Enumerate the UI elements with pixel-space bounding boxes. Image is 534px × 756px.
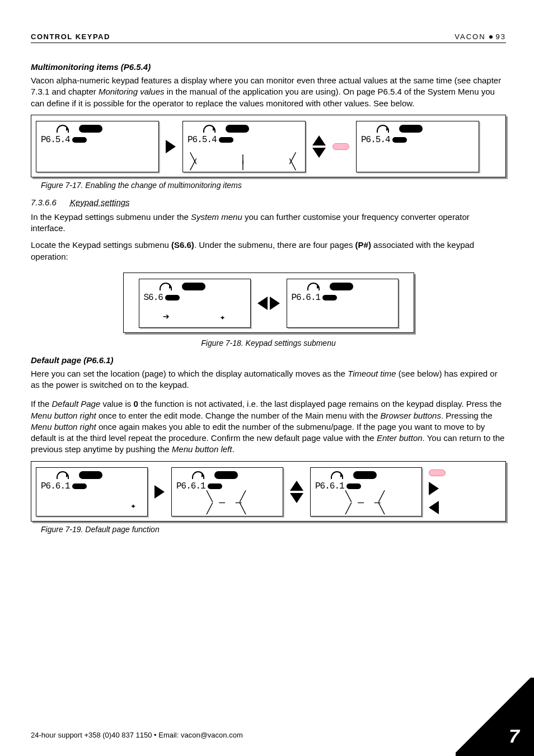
text-italic: Timeout time bbox=[348, 369, 396, 378]
text-bold: (P#) bbox=[355, 240, 371, 250]
arrow-left-right bbox=[257, 297, 280, 310]
text-italic: System menu bbox=[191, 212, 242, 222]
para-multimonitoring: Vacon alpha-numeric keypad features a di… bbox=[31, 75, 506, 109]
pill-icon bbox=[72, 137, 87, 143]
lcd-code: P6.5.4 bbox=[188, 135, 233, 145]
pill-red-icon bbox=[429, 469, 446, 476]
section-title-multimonitoring: Multimonitoring items (P6.5.4) bbox=[31, 62, 506, 72]
cycle-icon bbox=[57, 125, 69, 133]
para-keypad-settings-2: Locate the Keypad settings submenu (S6.6… bbox=[31, 240, 506, 262]
pill-icon bbox=[226, 125, 249, 133]
arrow-up-down bbox=[290, 481, 303, 503]
section-title-default-page: Default page (P6.6.1) bbox=[31, 355, 506, 365]
pill-icon bbox=[165, 295, 180, 300]
pill-icon bbox=[353, 471, 377, 479]
arrow-up-icon bbox=[290, 481, 303, 491]
cycle-icon bbox=[331, 471, 343, 479]
lcd-panel: P6.5.4 ╲ | ╱ ╱ | ╲ bbox=[182, 121, 306, 172]
pill-icon bbox=[330, 283, 353, 290]
arrow-enter-small-icon: ✦ bbox=[130, 500, 137, 511]
arrow-right-icon bbox=[166, 140, 176, 153]
figure-7-17: P6.5.4 P6.5.4 ╲ | ╱ ╱ | ╲ P6.5.4 bbox=[31, 115, 506, 177]
arrow-right-icon bbox=[429, 482, 439, 495]
lcd-code: P6.6.1 bbox=[176, 481, 222, 491]
cycle-icon bbox=[377, 125, 389, 133]
text: P6.5.4 bbox=[41, 135, 70, 145]
lcd-code: P6.6.1 bbox=[315, 481, 361, 491]
cycle-icon bbox=[160, 283, 172, 290]
page-header: CONTROL KEYPAD VACON 93 bbox=[31, 32, 506, 41]
figure-7-19: P6.6.1 ✦ P6.6.1 ╲ ╱ ─ ─ ╱ ╲ P6.6.1 ╲ ╱ ─… bbox=[31, 461, 506, 522]
lcd-panel: P6.6.1 bbox=[287, 279, 399, 328]
arrow-right-icon bbox=[154, 485, 165, 499]
lcd-panel: P6.6.1 ╲ ╱ ─ ─ ╱ ╲ bbox=[310, 467, 422, 516]
lcd-code: P6.6.1 bbox=[292, 293, 338, 303]
lcd-value: ╲ ╱ ─ ─ ╱ ╲ bbox=[311, 494, 421, 512]
arrow-down-icon bbox=[312, 148, 326, 158]
lcd-value: ➔ ✦ bbox=[139, 309, 250, 324]
arrow-left-icon bbox=[257, 297, 268, 310]
lcd-code: P6.5.4 bbox=[41, 135, 87, 145]
brand: VACON bbox=[455, 32, 485, 41]
lcd-value: ✦ bbox=[36, 499, 147, 513]
text: P6.6.1 bbox=[41, 481, 70, 491]
text: . bbox=[232, 444, 234, 454]
header-brand-page: VACON 93 bbox=[455, 32, 506, 41]
pill-icon bbox=[208, 483, 222, 489]
text: S6.6 bbox=[144, 293, 163, 303]
pill-icon bbox=[79, 471, 102, 479]
pill-icon bbox=[392, 137, 407, 143]
text-bold: 0 bbox=[133, 399, 138, 408]
arrow-up-down bbox=[312, 135, 326, 158]
lcd-panel: P6.5.4 bbox=[356, 121, 479, 172]
text: once to enter the edit mode. Change the … bbox=[96, 411, 381, 420]
text: P6.6.1 bbox=[292, 293, 321, 303]
arrow-enter-small-icon: ✦ bbox=[220, 312, 227, 323]
text-bold: (S6.6) bbox=[171, 240, 194, 250]
pill-icon bbox=[322, 295, 337, 300]
arrow-enter-icon: ➔ bbox=[163, 309, 171, 323]
lcd-panel: P6.6.1 ╲ ╱ ─ ─ ╱ ╲ bbox=[171, 467, 283, 516]
corner-graphic: 7 bbox=[456, 678, 534, 756]
text: P6.6.1 bbox=[176, 481, 205, 491]
arrow-right-icon bbox=[270, 297, 280, 310]
corner-triangle-icon bbox=[456, 678, 534, 756]
lcd-panel: S6.6 ➔ ✦ bbox=[139, 279, 251, 328]
text-italic: Browser buttons bbox=[381, 411, 441, 420]
para-default-page-1: Here you can set the location (page) to … bbox=[31, 368, 506, 391]
pill-icon bbox=[346, 483, 361, 489]
cycle-icon bbox=[57, 471, 69, 479]
text-italic: Default Page bbox=[52, 399, 101, 408]
header-section: CONTROL KEYPAD bbox=[31, 32, 110, 41]
pill-icon bbox=[214, 471, 238, 479]
arrow-down-icon bbox=[290, 493, 303, 503]
text: P6.5.4 bbox=[361, 135, 390, 145]
lcd-code: S6.6 bbox=[144, 293, 180, 303]
lcd-code: P6.6.1 bbox=[41, 481, 87, 491]
text-italic: Monitoring values bbox=[99, 87, 165, 96]
chapter-number: 7 bbox=[509, 725, 519, 747]
pill-red-icon bbox=[332, 143, 349, 150]
para-default-page-2: If the Default Page value is 0 the funct… bbox=[31, 398, 506, 455]
cycle-icon bbox=[307, 283, 320, 290]
subsection-title: Keypad settings bbox=[70, 198, 130, 207]
text: P6.5.4 bbox=[188, 135, 217, 145]
figure-caption-7-19: Figure 7-19. Default page function bbox=[41, 525, 506, 534]
text: Here you can set the location (page) to … bbox=[31, 369, 348, 378]
subsection-heading: 7.3.6.6 Keypad settings bbox=[31, 198, 506, 207]
lcd-value: ╲ ╱ ─ ─ ╱ ╲ bbox=[172, 494, 283, 512]
text: . Under the submenu, there are four page… bbox=[194, 240, 355, 250]
pill-icon bbox=[72, 483, 87, 489]
figure-caption-7-17: Figure 7-17. Enabling the change of mult… bbox=[41, 181, 506, 190]
lcd-panel: P6.6.1 ✦ bbox=[36, 467, 148, 516]
text-italic: Menu button left bbox=[172, 444, 232, 454]
text: P6.6.1 bbox=[315, 481, 344, 491]
pill-icon bbox=[219, 137, 233, 143]
text: In the Keypad settings submenu under the bbox=[31, 212, 191, 222]
cycle-icon bbox=[203, 125, 216, 133]
text: Locate the Keypad settings submenu bbox=[31, 240, 171, 250]
header-rule bbox=[31, 43, 506, 43]
text: If the bbox=[31, 399, 52, 408]
lcd-panel: P6.5.4 bbox=[36, 121, 159, 172]
text: the function is not activated, i.e. the … bbox=[138, 399, 502, 408]
